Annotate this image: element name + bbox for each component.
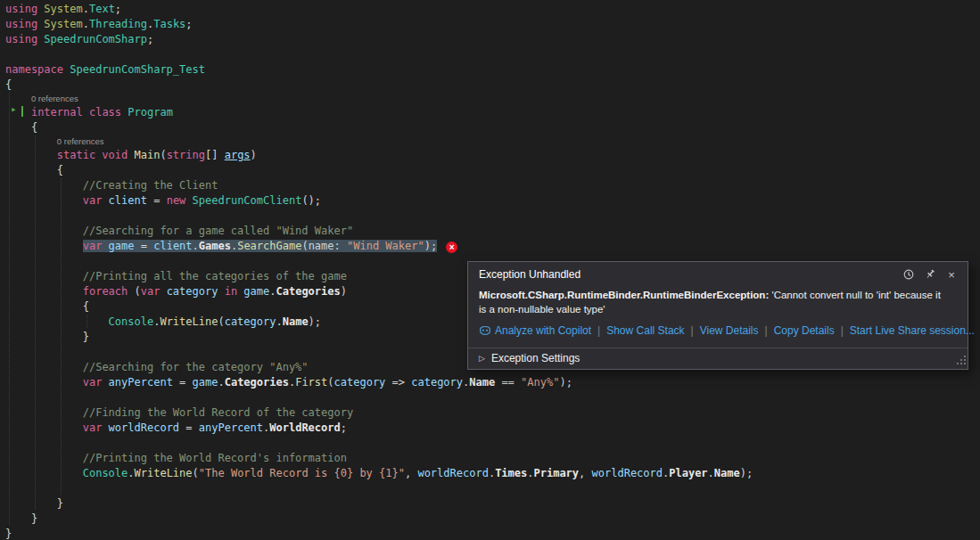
code-line[interactable]: {	[5, 163, 980, 178]
code-token	[5, 376, 83, 389]
code-line[interactable]: //Finding the World Record of the catego…	[5, 405, 980, 421]
code-line[interactable]: using System.Threading.Tasks;	[5, 17, 980, 32]
code-token: =>	[385, 376, 411, 389]
codelens-line[interactable]: 0 references	[5, 135, 980, 148]
code-line[interactable]: {	[5, 78, 980, 93]
popup-links-row: Analyze with Copilot|Show Call Stack|Vie…	[468, 316, 968, 341]
code-token: worldRecord	[417, 467, 488, 479]
code-token: namespace	[5, 63, 70, 76]
codelens-references[interactable]: 0 references	[31, 94, 78, 103]
code-token	[5, 179, 83, 192]
popup-link-label: Show Call Stack	[606, 324, 684, 337]
exception-message: Microsoft.CSharp.RuntimeBinder.RuntimeBi…	[468, 284, 957, 316]
code-token: Categories	[276, 285, 341, 298]
code-line[interactable]: //Creating the Client	[5, 178, 980, 193]
code-token: .	[527, 467, 533, 479]
code-line[interactable]: Console.WriteLine("The World Record is {…	[5, 466, 980, 481]
code-token: category	[411, 376, 463, 389]
code-line[interactable]	[5, 209, 980, 224]
code-line[interactable]	[5, 436, 980, 451]
code-line[interactable]: }	[5, 511, 980, 527]
code-token: in	[225, 285, 244, 298]
code-token: );	[559, 376, 572, 389]
code-token: using	[5, 3, 44, 15]
code-line[interactable]: internal class Program	[5, 105, 980, 120]
code-token	[5, 315, 109, 328]
code-line[interactable]: {	[5, 120, 980, 135]
code-token: worldRecord	[109, 421, 179, 434]
exception-settings-row[interactable]: ▷ Exception Settings	[468, 348, 968, 369]
code-line[interactable]: var anyPercent = game.Categories.First(c…	[5, 375, 980, 390]
code-token: name:	[309, 240, 341, 252]
error-icon[interactable]: ×	[446, 241, 457, 253]
code-token: game	[243, 285, 269, 298]
code-token: using	[5, 18, 44, 30]
popup-link-view-details[interactable]: View Details	[700, 324, 759, 337]
code-token: (	[327, 376, 334, 389]
code-token: (	[160, 149, 166, 161]
code-token: .	[276, 315, 282, 328]
code-line[interactable]: //Searching for a game called "Wind Wake…	[5, 224, 980, 239]
code-token: //Searching for a game called "Wind Wake…	[83, 225, 353, 237]
code-line[interactable]: using SpeedrunComSharp;	[5, 32, 980, 47]
code-token: ,	[405, 467, 417, 479]
code-line[interactable]: using System.Text;	[5, 2, 980, 17]
code-line[interactable]	[5, 390, 980, 405]
code-token: )	[341, 285, 347, 298]
code-token: category	[167, 285, 218, 298]
code-token: var	[83, 194, 109, 207]
code-line[interactable]: }	[5, 527, 980, 540]
codelens-references[interactable]: 0 references	[57, 136, 104, 146]
code-token	[218, 285, 224, 298]
popup-link-label: Start Live Share session...	[850, 324, 975, 337]
code-token	[5, 406, 83, 419]
pin-icon[interactable]	[921, 266, 939, 282]
popup-link-show-call-stack[interactable]: Show Call Stack	[606, 324, 684, 337]
code-editor[interactable]: ▸ using System.Text;using System.Threadi…	[0, 0, 980, 540]
code-token	[5, 467, 83, 479]
code-token: //Searching for the category "Any%"	[83, 361, 309, 373]
code-token: .	[218, 376, 224, 389]
history-icon[interactable]	[900, 266, 918, 282]
code-token: ;	[341, 421, 347, 434]
code-line[interactable]	[5, 481, 980, 496]
popup-link-analyze-with-copilot[interactable]: Analyze with Copilot	[479, 324, 591, 337]
popup-link-copy-details[interactable]: Copy Details	[774, 324, 835, 337]
close-icon[interactable]: ×	[943, 266, 960, 282]
code-token: using	[5, 33, 44, 45]
highlighted-statement[interactable]: var game = client.Games.SearchGame(name:…	[83, 240, 437, 252]
codelens-line[interactable]: 0 references	[5, 93, 980, 105]
popup-title-bar: Exception Unhandled ×	[468, 262, 968, 284]
code-token	[5, 194, 83, 207]
code-token: }	[5, 331, 89, 343]
code-token: First	[295, 376, 327, 389]
code-token: System	[44, 3, 82, 15]
code-token: Program	[128, 106, 173, 119]
code-line[interactable]: namespace SpeedrunComSharp_Test	[5, 62, 980, 78]
code-token: //Printing the World Record's informatio…	[83, 452, 347, 464]
resize-grip[interactable]	[956, 355, 967, 368]
code-token: client	[153, 240, 192, 252]
popup-link-start-live-share-session[interactable]: Start Live Share session...	[850, 324, 975, 337]
code-token: worldRecord	[592, 467, 663, 479]
code-line[interactable]: var client = new SpeedrunComClient();	[5, 193, 980, 209]
code-token: =	[173, 376, 193, 389]
code-token: "Wind Waker"	[347, 240, 424, 252]
code-line[interactable]: //Printing the World Record's informatio…	[5, 451, 980, 466]
popup-link-label: Analyze with Copilot	[495, 324, 591, 337]
code-line[interactable]: var worldRecord = anyPercent.WorldRecord…	[5, 421, 980, 436]
code-line[interactable]: static void Main(string[] args)	[5, 148, 980, 163]
code-token: SpeedrunComSharp	[44, 33, 147, 45]
code-line[interactable]: }	[5, 496, 980, 511]
code-token: SpeedrunComClient	[193, 194, 302, 207]
code-token: =	[179, 421, 199, 434]
code-line[interactable]: var game = client.Games.SearchGame(name:…	[5, 239, 980, 254]
code-token: );	[309, 315, 321, 328]
code-token: SearchGame	[237, 240, 301, 252]
code-token: Categories	[225, 376, 289, 389]
code-token: .	[83, 18, 89, 30]
code-token: "Any%"	[521, 376, 559, 389]
popup-title: Exception Unhandled	[479, 268, 896, 281]
code-line[interactable]	[5, 47, 980, 62]
code-token: Name	[714, 467, 740, 479]
